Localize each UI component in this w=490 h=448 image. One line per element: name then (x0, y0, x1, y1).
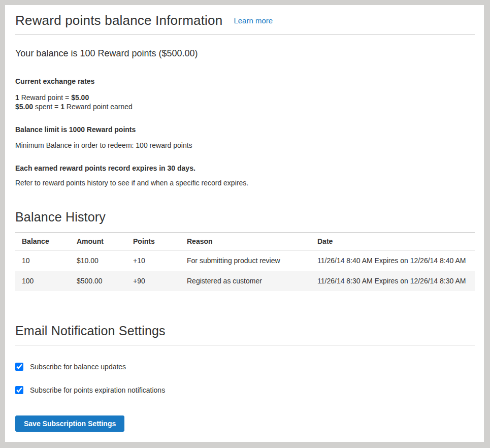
rate-line-earn: 1 Reward point = $5.00 (15, 93, 475, 102)
points-expiration-option: Subscribe for points expiration notifica… (15, 386, 475, 394)
expiration-note: Each earned reward points record expires… (15, 164, 475, 172)
cell-date: 11/26/14 8:40 AM Expires on 12/26/14 8:4… (317, 250, 475, 271)
balance-history-heading: Balance History (15, 210, 475, 225)
reward-points-page: Reward points balance Information Learn … (5, 5, 484, 442)
cell-amount: $500.00 (77, 271, 133, 291)
learn-more-link[interactable]: Learn more (234, 16, 273, 25)
column-header-reason: Reason (187, 233, 317, 250)
table-row: 10 $10.00 +10 For submitting product rev… (15, 250, 475, 271)
cell-date: 11/26/14 8:30 AM Expires on 12/26/14 8:3… (317, 271, 475, 291)
cell-amount: $10.00 (77, 250, 133, 271)
cell-reason: For submitting product review (187, 250, 317, 271)
page-title: Reward points balance Information (15, 13, 222, 28)
cell-reason: Registered as customer (187, 271, 317, 291)
expiration-hint: Refer to reward points history to see if… (15, 179, 475, 187)
points-expiration-checkbox[interactable] (15, 386, 23, 394)
column-header-balance: Balance (15, 233, 77, 250)
cell-points: +90 (133, 271, 187, 291)
save-subscription-settings-button[interactable]: Save Subscription Settings (15, 415, 124, 432)
balance-limit-note: Balance limit is 1000 Reward points (15, 125, 475, 134)
balance-history-table: Balance Amount Points Reason Date 10 $10… (15, 232, 475, 291)
balance-summary: Your balance is 100 Reward points ($500.… (15, 48, 475, 59)
column-header-points: Points (133, 233, 187, 250)
cell-balance: 10 (15, 250, 77, 271)
column-header-date: Date (317, 233, 475, 250)
exchange-rates-heading: Current exchange rates (15, 77, 475, 85)
cell-points: +10 (133, 250, 187, 271)
table-header-row: Balance Amount Points Reason Date (15, 233, 475, 250)
balance-updates-checkbox[interactable] (15, 363, 23, 371)
rate-line-spend: $5.00 spent = 1 Reward point earned (15, 102, 475, 111)
email-settings-heading: Email Notification Settings (15, 324, 475, 345)
page-header: Reward points balance Information Learn … (15, 5, 475, 35)
column-header-amount: Amount (77, 233, 133, 250)
exchange-rate-lines: 1 Reward point = $5.00 $5.00 spent = 1 R… (15, 93, 475, 111)
cell-balance: 100 (15, 271, 77, 291)
table-row: 100 $500.00 +90 Registered as customer 1… (15, 271, 475, 291)
points-expiration-label[interactable]: Subscribe for points expiration notifica… (30, 386, 165, 394)
minimum-balance-note: Minimum Balance in order to redeem: 100 … (15, 141, 475, 149)
balance-updates-label[interactable]: Subscribe for balance updates (30, 363, 126, 371)
balance-updates-option: Subscribe for balance updates (15, 363, 475, 371)
